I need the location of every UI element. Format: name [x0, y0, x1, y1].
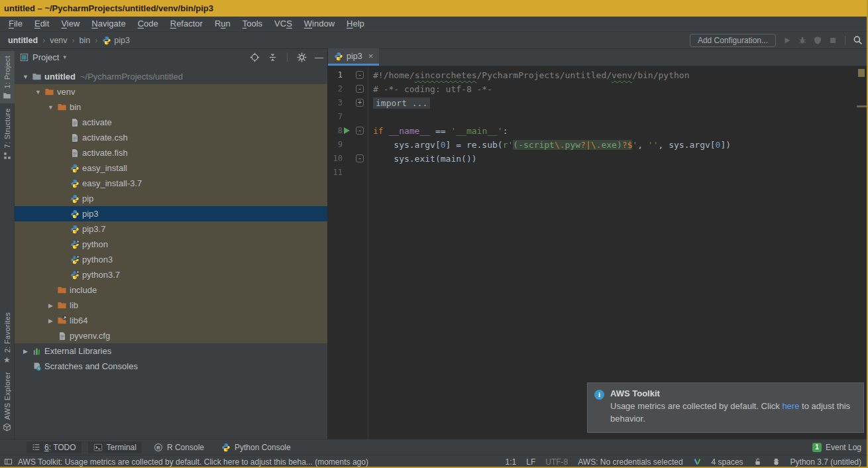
lock-icon[interactable] — [753, 457, 762, 466]
caret-position[interactable]: 1:1 — [506, 457, 517, 467]
highlighting-level-icon[interactable] — [772, 457, 781, 466]
tree-item-pip[interactable]: pip — [15, 191, 327, 206]
crumb-untitled[interactable]: untitled — [8, 36, 38, 45]
collapse-all-button[interactable] — [268, 52, 278, 62]
tree-item-pip3[interactable]: pip3 — [15, 206, 327, 221]
chevron-down-icon[interactable]: ▼ — [45, 104, 56, 111]
tree-item-activate-fish[interactable]: activate.fish — [15, 145, 327, 160]
menu-navigate[interactable]: Navigate — [85, 17, 131, 31]
here-link[interactable]: here — [782, 401, 799, 411]
locate-button[interactable] — [250, 52, 260, 62]
menu-run[interactable]: Run — [209, 17, 237, 31]
file-python-icon — [70, 225, 80, 234]
tree-item-activate-csh[interactable]: activate.csh — [15, 130, 327, 145]
toolwindow-button-r-console[interactable]: RR Console — [148, 441, 209, 453]
fold-collapse-icon[interactable] — [356, 127, 364, 135]
tree-item-lib64[interactable]: ▶lib64 — [15, 313, 327, 328]
event-log-button[interactable]: 1 Event Log — [812, 443, 861, 452]
stop-button[interactable] — [828, 36, 838, 45]
file-python-link-icon — [70, 255, 80, 264]
external-libs-icon — [32, 347, 42, 356]
folder-icon — [57, 102, 67, 112]
indent-style[interactable]: 4 spaces — [712, 457, 743, 467]
project-panel-title[interactable]: Project — [32, 52, 59, 62]
menu-vcs[interactable]: VCS — [268, 17, 298, 31]
fold-expand-icon[interactable] — [356, 99, 364, 107]
tree-item-pip3-7[interactable]: pip3.7 — [15, 221, 327, 237]
menu-help[interactable]: Help — [341, 17, 370, 31]
toolbar-separator — [287, 52, 288, 62]
menu-window[interactable]: Window — [298, 17, 341, 31]
tree-item-lib[interactable]: ▶lib — [15, 298, 327, 313]
tree-item-bin[interactable]: ▼bin — [15, 99, 327, 115]
tree-item-external-libraries[interactable]: ▶External Libraries — [15, 343, 327, 359]
fold-collapse-icon[interactable] — [356, 154, 364, 162]
python-interpreter[interactable]: Python 3.7 (untitled) — [790, 457, 861, 467]
run-button[interactable] — [783, 36, 792, 45]
crumb-bin[interactable]: bin — [80, 36, 91, 45]
hide-button[interactable]: — — [315, 51, 323, 63]
tab-pip3[interactable]: pip3 × — [328, 48, 379, 66]
window-titlebar[interactable]: untitled – ~/PycharmProjects/untitled/ve… — [0, 0, 868, 17]
toolwindow-button-6-todo[interactable]: 6: TODO — [27, 441, 81, 453]
tree-item-easy-install[interactable]: easy_install — [15, 160, 327, 176]
stripe-item-2-favorites[interactable]: 2: Favorites★ — [0, 308, 15, 367]
tree-item-venv[interactable]: ▼venv — [15, 84, 327, 99]
run-gutter-icon[interactable] — [344, 127, 350, 134]
fold-collapse-icon[interactable] — [356, 71, 364, 79]
tree-item-include[interactable]: include — [15, 282, 327, 298]
chevron-right-icon[interactable]: ▶ — [45, 318, 56, 324]
menu-view[interactable]: View — [55, 17, 85, 31]
line-separator[interactable]: LF — [526, 457, 535, 467]
tree-item-python[interactable]: python — [15, 237, 327, 252]
aws-toolkit-notification[interactable]: i AWS Toolkit Usage metrics are collecte… — [587, 382, 864, 433]
tree-item-python3-7[interactable]: python3.7 — [15, 267, 327, 282]
file-encoding[interactable]: UTF-8 — [545, 457, 568, 467]
line-number: 9 — [328, 138, 343, 152]
scrollbar-mark-icon — [857, 105, 867, 107]
code-line-11: 11 — [328, 166, 868, 180]
debug-button[interactable] — [798, 36, 807, 45]
chevron-right-icon[interactable]: ▶ — [20, 348, 31, 355]
tree-item-untitled[interactable]: ▼untitled~/PycharmProjects/untitled — [15, 69, 327, 84]
menu-edit[interactable]: Edit — [28, 17, 55, 31]
tree-item-easy-install-3-7[interactable]: easy_install-3.7 — [15, 176, 327, 191]
file-python-icon — [70, 209, 80, 219]
code-line-2: 2# -*- coding: utf-8 -*- — [328, 82, 868, 96]
crumb-venv[interactable]: venv — [50, 36, 67, 45]
svg-text:R: R — [156, 444, 160, 450]
search-button[interactable] — [853, 35, 863, 45]
v-icon[interactable] — [693, 457, 702, 466]
stripe-item-7-structure[interactable]: 7: Structure — [0, 103, 15, 162]
aws-credentials[interactable]: AWS: No credentials selected — [578, 457, 682, 467]
tree-item-pyvenv-cfg[interactable]: pyvenv.cfg — [15, 328, 327, 343]
lock-icon — [753, 457, 762, 466]
chevron-right-icon[interactable]: ▶ — [45, 302, 56, 309]
add-configuration-button[interactable]: Add Configuration... — [690, 34, 776, 47]
toolwindow-button-python-console[interactable]: Python Console — [216, 441, 296, 453]
menu-tools[interactable]: Tools — [237, 17, 268, 31]
stripe-item-1-project[interactable]: 1: Project — [0, 51, 15, 103]
chevron-down-icon[interactable]: ▾ — [63, 54, 66, 60]
tool-window-stripe-left: 1: Project7: Structure2: Favorites★AWS E… — [0, 49, 15, 439]
fold-collapse-icon[interactable] — [356, 85, 364, 93]
coverage-button[interactable] — [813, 36, 822, 45]
tree-item-python3[interactable]: python3 — [15, 252, 327, 267]
menu-refactor[interactable]: Refactor — [164, 17, 209, 31]
tree-item-scratches-and-consoles[interactable]: Scratches and Consoles — [15, 359, 327, 374]
chevron-down-icon[interactable]: ▼ — [32, 89, 44, 95]
crumb-pip3[interactable]: pip3 — [102, 36, 130, 45]
toolwindow-toggle-icon[interactable] — [4, 457, 13, 466]
folder-link-icon — [57, 316, 67, 325]
notification-body: Usage metrics are collected by default. … — [610, 400, 855, 426]
line-number: 1 — [328, 68, 343, 82]
settings-button[interactable] — [297, 52, 307, 62]
menu-code[interactable]: Code — [132, 17, 164, 31]
status-message[interactable]: AWS Toolkit: Usage metrics are collected… — [18, 457, 368, 467]
menu-file[interactable]: File — [3, 17, 28, 31]
tree-item-activate[interactable]: activate — [15, 115, 327, 130]
close-icon[interactable]: × — [368, 52, 374, 60]
chevron-down-icon[interactable]: ▼ — [20, 74, 31, 80]
toolwindow-button-terminal[interactable]: Terminal — [88, 441, 142, 453]
stripe-item-aws-explorer[interactable]: AWS Explorer — [0, 367, 15, 435]
